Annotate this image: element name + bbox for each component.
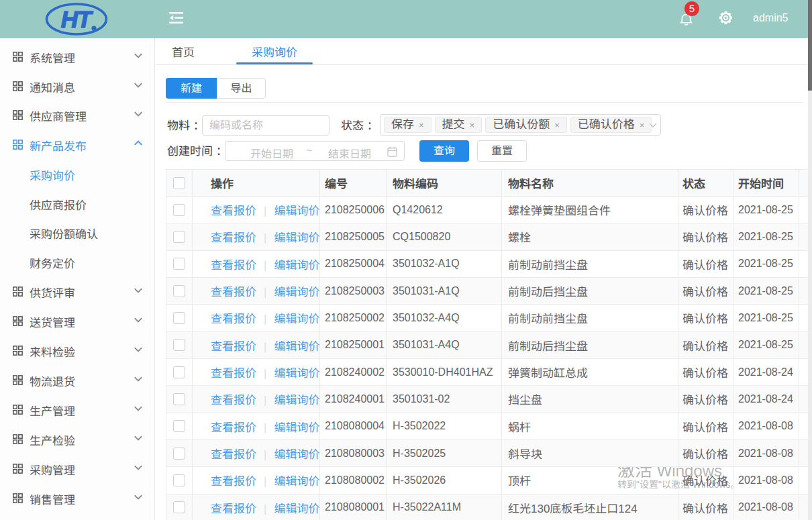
svg-text:HT: HT [61,6,93,32]
